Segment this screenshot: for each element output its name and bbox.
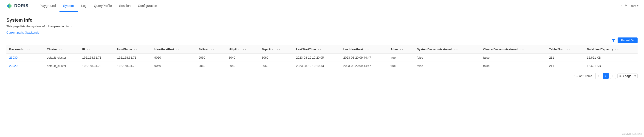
- col-systemdecommissioned[interactable]: SystemDecommissioned ▲▼: [414, 45, 480, 54]
- nav-playground[interactable]: Playground: [36, 0, 60, 12]
- sort-httpport[interactable]: ▲▼: [242, 48, 246, 50]
- table-header-row: BackendId ▲▼ Cluster ▲▼ IP ▲▼ HostName ▲…: [6, 45, 638, 54]
- table-row: 23029default_cluster192.168.31.78192.168…: [6, 62, 638, 70]
- sort-alive[interactable]: ▲▼: [400, 48, 404, 50]
- cell-ip: 192.168.31.71: [80, 54, 114, 62]
- col-cluster[interactable]: Cluster ▲▼: [44, 45, 80, 54]
- nav-queryprofile[interactable]: QueryProfile: [90, 0, 116, 12]
- system-table: BackendId ▲▼ Cluster ▲▼ IP ▲▼ HostName ▲…: [6, 45, 638, 70]
- col-tabletnum[interactable]: TabletNum ▲▼: [546, 45, 584, 54]
- cell-tabletnum: 211: [546, 54, 584, 62]
- parent-dir-button[interactable]: Parent Dir: [618, 38, 638, 43]
- cell-backendid[interactable]: 23029: [6, 62, 44, 70]
- sort-laststarttime[interactable]: ▲▼: [318, 48, 322, 50]
- col-heartbeatport[interactable]: HeartbeatPort ▲▼: [152, 45, 196, 54]
- cell-backendid[interactable]: 23030: [6, 54, 44, 62]
- cell-alive: true: [388, 62, 414, 70]
- cell-cluster: default_cluster: [44, 62, 80, 70]
- pagination-prev[interactable]: ‹: [595, 73, 601, 79]
- backendid-link[interactable]: 23029: [9, 64, 18, 68]
- sort-backendid[interactable]: ▲▼: [26, 48, 30, 50]
- sort-heartbeatport[interactable]: ▲▼: [176, 48, 180, 50]
- cell-datausedcapacity: 12.621 KB: [584, 54, 638, 62]
- sort-ip[interactable]: ▲▼: [87, 48, 91, 50]
- cell-heartbeatport: 9050: [152, 62, 196, 70]
- table-body: 23030default_cluster192.168.31.71192.168…: [6, 54, 638, 70]
- page-description: This page lists the system info, like /p…: [6, 24, 638, 28]
- nav-log[interactable]: Log: [78, 0, 90, 12]
- sort-beport[interactable]: ▲▼: [210, 48, 214, 50]
- sort-tabletnum[interactable]: ▲▼: [566, 48, 570, 50]
- main-content: System Info This page lists the system i…: [0, 12, 644, 86]
- col-hostname[interactable]: HostName ▲▼: [114, 45, 152, 54]
- sort-lastheartbeat[interactable]: ▲▼: [365, 48, 369, 50]
- cell-alive: true: [388, 54, 414, 62]
- header-right: 中文 root: [622, 4, 638, 8]
- doris-logo-icon: [6, 2, 13, 10]
- cell-heartbeatport: 9050: [152, 54, 196, 62]
- main-nav: Playground System Log QueryProfile Sessi…: [36, 0, 161, 12]
- cell-systemdecommissioned: false: [414, 54, 480, 62]
- backendid-link[interactable]: 23030: [9, 56, 18, 59]
- table-row: 23030default_cluster192.168.31.71192.168…: [6, 54, 638, 62]
- cell-brpcport: 8060: [259, 62, 293, 70]
- col-httpport[interactable]: HttpPort ▲▼: [226, 45, 259, 54]
- cell-httpport: 8040: [226, 62, 259, 70]
- current-path-link[interactable]: Current path: //backends: [6, 31, 39, 34]
- cell-clusterdecommissioned: false: [480, 62, 546, 70]
- cell-lastheartbeat: 2023-08-20 09:44:47: [340, 62, 388, 70]
- page-title: System Info: [6, 18, 638, 23]
- col-lastheartbeat[interactable]: LastHeartbeat ▲▼: [340, 45, 388, 54]
- col-brpcport[interactable]: BrpcPort ▲▼: [259, 45, 293, 54]
- col-clusterdecommissioned[interactable]: ClusterDecommissioned ▲▼: [480, 45, 546, 54]
- filter-icon: [612, 38, 615, 42]
- cell-beport: 9060: [196, 54, 226, 62]
- cell-cluster: default_cluster: [44, 54, 80, 62]
- nav-session[interactable]: Session: [116, 0, 134, 12]
- col-alive[interactable]: Alive ▲▼: [388, 45, 414, 54]
- cell-systemdecommissioned: false: [414, 62, 480, 70]
- cell-datausedcapacity: 12.621 KB: [584, 62, 638, 70]
- sort-hostname[interactable]: ▲▼: [134, 48, 138, 50]
- col-backendid[interactable]: BackendId ▲▼: [6, 45, 44, 54]
- col-datausedcapacity[interactable]: DataUsedCapacity ▲▼: [584, 45, 638, 54]
- sort-clusterdecommissioned[interactable]: ▲▼: [520, 48, 524, 50]
- col-ip[interactable]: IP ▲▼: [80, 45, 114, 54]
- cell-hostname: 192.168.31.71: [114, 54, 152, 62]
- cell-ip: 192.168.31.78: [80, 62, 114, 70]
- filter-button[interactable]: [612, 38, 615, 42]
- col-laststarttime[interactable]: LastStartTime ▲▼: [293, 45, 340, 54]
- cell-hostname: 192.168.31.78: [114, 62, 152, 70]
- pagination: 1-2 of 2 items ‹ 1 › 30 / page 50 / page…: [6, 70, 638, 80]
- cell-clusterdecommissioned: false: [480, 54, 546, 62]
- pagination-page-1[interactable]: 1: [603, 73, 609, 79]
- logo: DORIS: [6, 2, 28, 10]
- cell-brpcport: 8060: [259, 54, 293, 62]
- pagination-next[interactable]: ›: [610, 73, 616, 79]
- sort-brpcport[interactable]: ▲▼: [276, 48, 280, 50]
- col-beport[interactable]: BePort ▲▼: [196, 45, 226, 54]
- cell-tabletnum: 211: [546, 62, 584, 70]
- system-table-container: BackendId ▲▼ Cluster ▲▼ IP ▲▼ HostName ▲…: [6, 45, 638, 70]
- cell-beport: 9060: [196, 62, 226, 70]
- nav-configuration[interactable]: Configuration: [134, 0, 161, 12]
- cell-laststarttime: 2023-08-19 10:20:05: [293, 54, 340, 62]
- sort-datausedcapacity[interactable]: ▲▼: [615, 48, 619, 50]
- language-switch[interactable]: 中文: [622, 4, 628, 8]
- cell-laststarttime: 2023-08-19 10:19:53: [293, 62, 340, 70]
- logo-text: DORIS: [14, 4, 28, 8]
- pagination-info: 1-2 of 2 items: [574, 74, 592, 78]
- cell-httpport: 8040: [226, 54, 259, 62]
- sort-systemdecommissioned[interactable]: ▲▼: [454, 48, 458, 50]
- user-menu[interactable]: root: [631, 4, 638, 8]
- toolbar: Parent Dir: [6, 38, 638, 43]
- sort-cluster[interactable]: ▲▼: [59, 48, 63, 50]
- header: DORIS Playground System Log QueryProfile…: [0, 0, 644, 12]
- nav-system[interactable]: System: [60, 0, 78, 12]
- page-size-select[interactable]: 30 / page 50 / page 100 / page: [617, 74, 638, 78]
- cell-lastheartbeat: 2023-08-20 09:44:47: [340, 54, 388, 62]
